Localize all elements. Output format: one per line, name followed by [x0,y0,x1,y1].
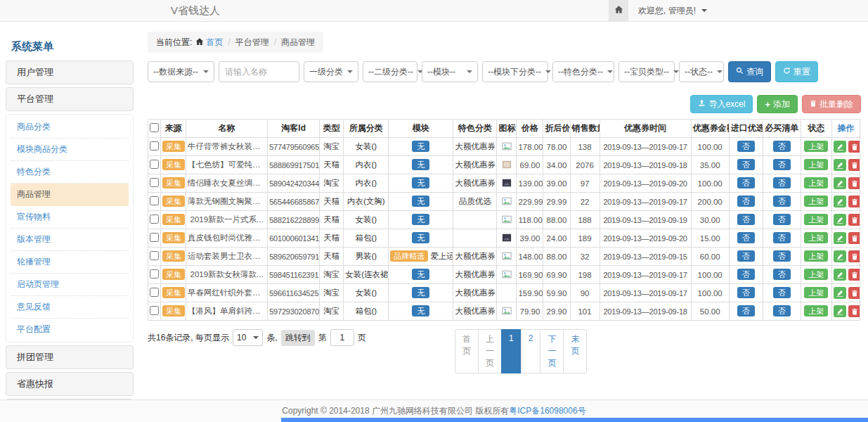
page-button-1[interactable]: 1 [501,329,522,373]
edit-button[interactable] [834,287,846,299]
status-toggle[interactable]: 上架 [804,250,828,262]
sidebar-section-省惠快报[interactable]: 省惠快报 [6,372,134,396]
sidebar-section-平台管理[interactable]: 平台管理 [6,87,134,111]
batch-delete-button[interactable]: 批量删除 [802,95,861,113]
row-checkbox[interactable] [150,196,159,205]
name-search-input[interactable] [219,61,299,82]
row-checkbox[interactable] [150,215,159,224]
status-toggle[interactable]: 上架 [804,196,828,207]
module-badge[interactable]: 无 [412,177,429,188]
filter-select-7[interactable]: --状态-- [679,61,724,82]
row-checkbox[interactable] [150,269,159,279]
sidebar-item-版本管理[interactable]: 版本管理 [11,229,129,251]
delete-button[interactable] [848,196,860,207]
sidebar-item-启动页管理[interactable]: 启动页管理 [11,274,129,296]
edit-button[interactable] [834,269,846,281]
delete-button[interactable] [848,159,860,171]
status-toggle[interactable]: 上架 [804,141,828,152]
delete-button[interactable] [848,250,860,262]
edit-button[interactable] [834,159,846,171]
edit-button[interactable] [834,196,846,207]
delete-button[interactable] [848,287,860,299]
sidebar-item-轮播管理[interactable]: 轮播管理 [11,251,129,274]
data-source-select[interactable]: --数据来源-- [148,61,214,82]
import-choice-toggle[interactable]: 否 [737,214,755,225]
edit-button[interactable] [834,141,846,153]
reset-button[interactable]: 重置 [775,61,818,82]
row-checkbox[interactable] [150,141,159,151]
import-choice-toggle[interactable]: 否 [737,159,755,170]
import-choice-toggle[interactable]: 否 [737,287,755,298]
status-toggle[interactable]: 上架 [804,305,828,316]
row-checkbox[interactable] [150,288,159,297]
import-choice-toggle[interactable]: 否 [737,232,755,243]
module-badge[interactable]: 品牌精选 [390,250,428,262]
module-badge[interactable]: 无 [412,214,429,225]
per-page-select[interactable]: 10 [233,329,263,346]
edit-button[interactable] [834,177,846,189]
must-buy-toggle[interactable]: 否 [773,287,791,298]
status-toggle[interactable]: 上架 [804,232,828,243]
must-buy-toggle[interactable]: 否 [773,269,791,280]
must-buy-toggle[interactable]: 否 [773,232,791,243]
must-buy-toggle[interactable]: 否 [773,305,791,316]
delete-button[interactable] [848,177,860,189]
edit-button[interactable] [834,214,846,226]
import-excel-button[interactable]: 导入excel [690,95,753,113]
filter-select-3[interactable]: --模块-- [422,61,478,82]
module-badge[interactable]: 无 [412,196,429,207]
must-buy-toggle[interactable]: 否 [773,141,791,152]
row-checkbox[interactable] [150,251,159,260]
status-toggle[interactable]: 上架 [804,214,828,225]
row-checkbox[interactable] [150,178,159,187]
sidebar-item-模块商品分类[interactable]: 模块商品分类 [11,139,129,161]
filter-select-4[interactable]: --模块下分类-- [482,61,548,82]
import-choice-toggle[interactable]: 否 [737,305,755,316]
delete-button[interactable] [848,214,860,226]
module-badge[interactable]: 无 [412,232,429,243]
must-buy-toggle[interactable]: 否 [773,159,791,170]
import-choice-toggle[interactable]: 否 [737,141,755,152]
sidebar-item-宣传物料[interactable]: 宣传物料 [11,206,129,229]
sidebar-item-商品管理[interactable]: 商品管理 [11,184,129,206]
delete-button[interactable] [848,141,860,153]
edit-button[interactable] [834,250,846,262]
import-choice-toggle[interactable]: 否 [737,269,755,280]
delete-button[interactable] [848,269,860,281]
sidebar-item-商品分类[interactable]: 商品分类 [11,116,129,139]
sidebar-item-特色分类[interactable]: 特色分类 [11,161,129,184]
edit-button[interactable] [834,305,846,317]
search-button[interactable]: 查询 [728,61,771,82]
filter-select-2[interactable]: --二级分类-- [363,61,417,82]
module-badge[interactable]: 无 [412,269,429,280]
status-toggle[interactable]: 上架 [804,159,828,170]
row-checkbox[interactable] [150,160,159,169]
import-choice-toggle[interactable]: 否 [737,196,755,207]
jump-to-button[interactable]: 跳转到 [281,330,315,346]
filter-select-5[interactable]: --特色分类-- [552,61,614,82]
delete-button[interactable] [848,305,860,317]
edit-button[interactable] [834,232,846,244]
status-toggle[interactable]: 上架 [804,287,828,298]
import-choice-toggle[interactable]: 否 [737,177,755,188]
page-button-首页[interactable]: 首页 [455,329,479,373]
welcome-user-menu[interactable]: 欢迎您, 管理员! [638,5,707,17]
row-checkbox[interactable] [150,233,159,242]
delete-button[interactable] [848,232,860,244]
filter-select-6[interactable]: --宝贝类型-- [618,61,675,82]
must-buy-toggle[interactable]: 否 [773,250,791,262]
home-button[interactable] [609,0,628,21]
sidebar-item-平台配置[interactable]: 平台配置 [11,319,129,340]
select-all-checkbox[interactable] [150,123,159,132]
row-checkbox[interactable] [150,306,159,315]
must-buy-toggle[interactable]: 否 [773,196,791,207]
module-badge[interactable]: 无 [412,305,429,316]
import-choice-toggle[interactable]: 否 [737,250,755,262]
module-badge[interactable]: 无 [412,141,429,152]
page-button-下一页[interactable]: 下一页 [540,329,564,373]
status-toggle[interactable]: 上架 [804,269,828,280]
filter-select-1[interactable]: 一级分类 [304,61,358,82]
page-button-上一页[interactable]: 上一页 [478,329,502,373]
sidebar-item-意见反馈[interactable]: 意见反馈 [11,296,129,319]
icp-link[interactable]: 粤ICP备16098006号 [509,406,585,416]
